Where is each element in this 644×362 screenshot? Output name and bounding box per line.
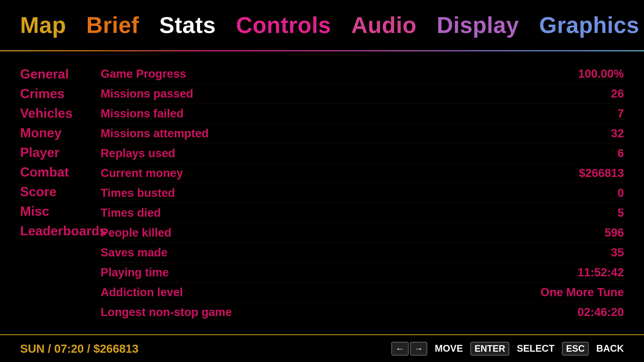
sidebar-item-misc[interactable]: Misc <box>20 204 101 219</box>
sidebar-item-leaderboards[interactable]: Leaderboards <box>20 223 101 238</box>
nav-graphics[interactable]: Graphics <box>539 12 639 38</box>
stat-value: 32 <box>611 126 624 140</box>
stat-value: 596 <box>605 226 624 239</box>
select-label: SELECT <box>517 343 554 354</box>
stats-panel: Game Progress100.00%Missions passed26Mis… <box>101 61 624 324</box>
sidebar-item-player[interactable]: Player <box>20 145 101 160</box>
stat-value: 5 <box>617 206 624 219</box>
bottom-controls: ← → MOVE ENTER SELECT ESC BACK <box>391 342 624 355</box>
stat-label: Missions passed <box>101 87 193 100</box>
stat-value: 35 <box>611 246 624 259</box>
stat-label: Replays used <box>101 146 175 160</box>
stat-label: Times busted <box>101 186 175 200</box>
stat-value: 0 <box>617 186 624 200</box>
sidebar-item-vehicles[interactable]: Vehicles <box>20 106 101 121</box>
stat-label: Addiction level <box>101 285 183 299</box>
stat-value: 7 <box>617 107 624 120</box>
back-label: BACK <box>596 343 624 354</box>
stat-value: 02:46:20 <box>578 305 624 319</box>
stat-row: Saves made35 <box>101 243 624 262</box>
move-label: MOVE <box>435 343 463 354</box>
sidebar-item-combat[interactable]: Combat <box>20 164 101 179</box>
stat-label: Playing time <box>101 265 169 279</box>
stat-label: Longest non-stop game <box>101 305 232 319</box>
stat-row: Missions passed26 <box>101 84 624 104</box>
nav-display[interactable]: Display <box>437 12 519 38</box>
stat-value: 6 <box>617 146 624 160</box>
bottom-bar: SUN / 07:20 / $266813 ← → MOVE ENTER SEL… <box>0 334 644 362</box>
stat-value: 100.00% <box>578 67 624 80</box>
stat-row: Times died5 <box>101 203 624 223</box>
stat-row: Playing time11:52:42 <box>101 262 624 282</box>
stat-row: Replays used6 <box>101 143 624 163</box>
esc-key[interactable]: ESC <box>562 342 589 355</box>
stat-row: Times busted0 <box>101 183 624 203</box>
stat-label: Saves made <box>101 246 168 259</box>
stat-row: Favorite radio stationSan Juan Sounds <box>101 322 624 324</box>
nav-controls[interactable]: Controls <box>236 12 331 38</box>
bottom-status: SUN / 07:20 / $266813 <box>20 342 139 355</box>
right-arrow-key[interactable]: → <box>410 342 427 355</box>
stat-row: Game Progress100.00% <box>101 64 624 84</box>
stat-row: People killed596 <box>101 223 624 243</box>
sidebar: General Crimes Vehicles Money Player Com… <box>20 61 101 324</box>
stat-label: Times died <box>101 206 161 219</box>
enter-key[interactable]: ENTER <box>470 342 509 355</box>
arrow-keys: ← → <box>391 342 427 355</box>
stat-value: One More Tune <box>541 285 624 299</box>
stat-row: Current money$266813 <box>101 163 624 183</box>
stat-value: 26 <box>611 87 624 100</box>
sidebar-item-crimes[interactable]: Crimes <box>20 86 101 101</box>
main-content: General Crimes Vehicles Money Player Com… <box>0 51 644 334</box>
left-arrow-key[interactable]: ← <box>391 342 409 355</box>
sidebar-item-general[interactable]: General <box>20 66 101 81</box>
stat-row: Missions attempted32 <box>101 123 624 143</box>
sidebar-item-score[interactable]: Score <box>20 184 101 199</box>
stat-value: $266813 <box>579 166 624 180</box>
stat-label: Missions failed <box>101 107 184 120</box>
nav-brief[interactable]: Brief <box>86 12 139 38</box>
stat-row: Missions failed7 <box>101 104 624 123</box>
stat-label: Current money <box>101 166 183 180</box>
nav-audio[interactable]: Audio <box>351 12 417 38</box>
stat-row: Longest non-stop game02:46:20 <box>101 302 624 322</box>
stat-label: Missions attempted <box>101 126 209 140</box>
sidebar-item-money[interactable]: Money <box>20 125 101 140</box>
nav-stats[interactable]: Stats <box>159 12 216 38</box>
stat-value: 11:52:42 <box>578 265 624 279</box>
nav-map[interactable]: Map <box>20 12 66 38</box>
stat-label: Game Progress <box>101 67 186 80</box>
stat-row: Addiction levelOne More Tune <box>101 282 624 302</box>
top-nav: Map Brief Stats Controls Audio Display G… <box>0 0 644 50</box>
stat-label: People killed <box>101 226 171 239</box>
